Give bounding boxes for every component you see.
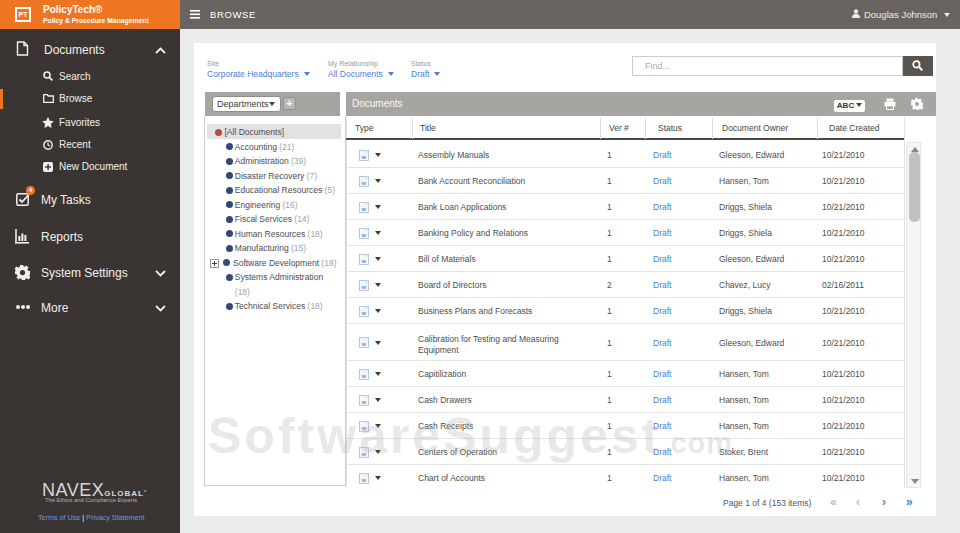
svg-text:w: w xyxy=(361,341,367,347)
svg-text:w: w xyxy=(361,153,367,159)
svg-text:w: w xyxy=(361,309,367,315)
svg-text:w: w xyxy=(361,257,367,263)
svg-text:w: w xyxy=(361,205,367,211)
svg-text:w: w xyxy=(361,283,367,289)
svg-text:w: w xyxy=(361,424,367,430)
svg-text:w: w xyxy=(361,398,367,404)
svg-text:w: w xyxy=(361,179,367,185)
svg-text:w: w xyxy=(361,372,367,378)
svg-text:w: w xyxy=(361,450,367,456)
svg-text:w: w xyxy=(361,231,367,237)
svg-text:w: w xyxy=(361,476,367,482)
